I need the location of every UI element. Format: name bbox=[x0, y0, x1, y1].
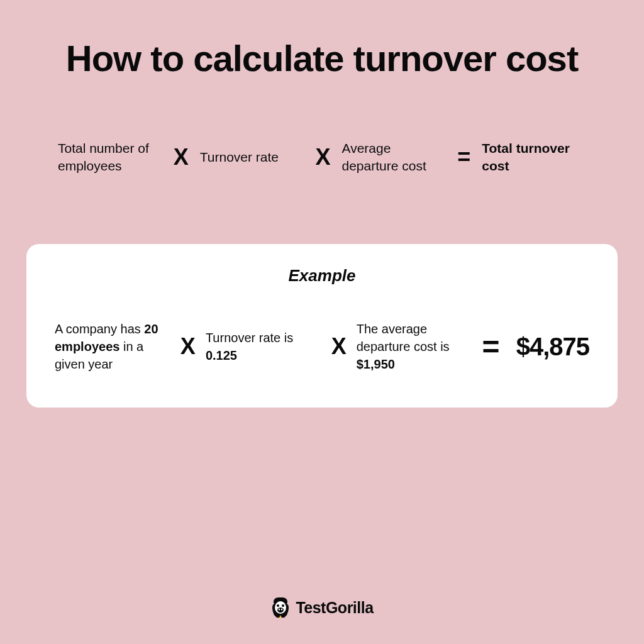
svg-point-2 bbox=[282, 604, 284, 607]
multiply-operator: X bbox=[174, 144, 189, 170]
multiply-operator: X bbox=[331, 333, 347, 360]
formula-term-employees: Total number of employees bbox=[58, 140, 162, 175]
svg-point-5 bbox=[281, 609, 282, 611]
formula-term-departure-cost: Average departure cost bbox=[342, 140, 447, 175]
example-result: $4,875 bbox=[516, 333, 589, 361]
svg-point-4 bbox=[279, 609, 280, 611]
example-term-employees: A company has 20 employees in a given ye… bbox=[55, 320, 170, 373]
brand-logo: TestGorilla bbox=[270, 596, 373, 619]
svg-point-3 bbox=[277, 608, 284, 613]
page-title: How to calculate turnover cost bbox=[66, 38, 578, 80]
multiply-operator: X bbox=[180, 333, 196, 360]
example-heading: Example bbox=[45, 266, 599, 286]
equals-operator: = bbox=[482, 330, 500, 364]
example-term-rate: Turnover rate is 0.125 bbox=[206, 329, 321, 364]
brand-name: TestGorilla bbox=[296, 599, 373, 617]
multiply-operator: X bbox=[315, 144, 330, 170]
equals-operator: = bbox=[457, 144, 470, 170]
example-row: A company has 20 employees in a given ye… bbox=[45, 320, 599, 373]
gorilla-icon bbox=[270, 596, 291, 619]
formula-term-turnover-rate: Turnover rate bbox=[200, 148, 304, 166]
example-term-cost: The average departure cost is $1,950 bbox=[357, 320, 472, 373]
example-card: Example A company has 20 employees in a … bbox=[26, 244, 618, 408]
formula-result: Total turnover cost bbox=[482, 140, 586, 175]
formula-row: Total number of employees X Turnover rat… bbox=[39, 140, 605, 175]
svg-point-1 bbox=[277, 604, 279, 607]
